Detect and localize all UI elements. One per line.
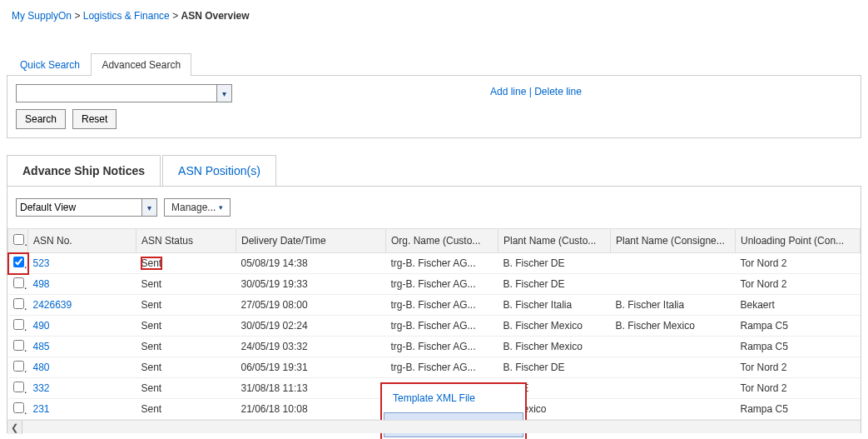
asn-link[interactable]: 332	[33, 382, 50, 394]
asn-link[interactable]: 498	[33, 278, 50, 290]
unloading-point: Tor Nord 2	[736, 274, 861, 295]
tab-advance-ship-notices[interactable]: Advance Ship Notices	[7, 155, 161, 186]
table-row[interactable]: 2426639Sent27/05/19 08:00trg-B. Fischer …	[8, 295, 861, 316]
delivery-date: 30/05/19 19:33	[236, 274, 386, 295]
delivery-date: 31/08/18 11:13	[236, 378, 386, 399]
horizontal-scrollbar[interactable]: ❮	[7, 420, 861, 433]
consignee-plant	[611, 378, 736, 399]
scroll-left-icon[interactable]: ❮	[7, 421, 22, 434]
table-row[interactable]: 490Sent30/05/19 02:24trg-B. Fischer AG..…	[8, 316, 861, 337]
consignee-plant: B. Fischer Italia	[611, 295, 736, 316]
asn-status: Sent	[141, 341, 162, 352]
search-field-input[interactable]	[17, 85, 216, 102]
unloading-point: Tor Nord 2	[736, 253, 861, 274]
column-consignee-plant[interactable]: Plant Name (Consigne...	[611, 229, 736, 253]
consignee-plant	[611, 357, 736, 378]
consignee-plant	[611, 337, 736, 357]
asn-link[interactable]: 523	[33, 257, 50, 269]
delete-line-link[interactable]: Delete line	[534, 86, 582, 97]
plant-name: B. Fischer Mexico	[498, 316, 611, 337]
row-checkbox[interactable]	[13, 361, 24, 372]
delivery-date: 21/06/18 10:08	[236, 399, 386, 420]
row-checkbox[interactable]	[13, 257, 24, 267]
column-unloading-point[interactable]: Unloading Point (Con...	[736, 229, 861, 253]
org-name: trg-B. Fischer AG...	[386, 337, 498, 357]
row-checkbox[interactable]	[13, 319, 24, 330]
row-checkbox[interactable]	[13, 298, 24, 309]
column-plant-name[interactable]: Plant Name (Custo...	[498, 229, 611, 253]
manage-label: Manage...	[171, 202, 216, 213]
advanced-search-panel: ▾ Search Reset Add line | Delete line	[7, 75, 861, 138]
asn-status: Sent	[141, 362, 162, 373]
table-row[interactable]: 485Sent24/05/19 03:32trg-B. Fischer AG..…	[8, 337, 861, 357]
chevron-down-icon[interactable]: ▾	[216, 85, 231, 102]
consignee-plant	[611, 253, 736, 274]
column-delivery[interactable]: Delivery Date/Time	[236, 229, 386, 253]
plant-name: B. Fischer DE	[498, 357, 611, 378]
consignee-plant: B. Fischer Mexico	[611, 316, 736, 337]
asn-link[interactable]: 2426639	[33, 299, 72, 311]
unloading-point: Rampa C5	[736, 337, 861, 357]
asn-link[interactable]: 480	[33, 362, 50, 373]
plant-name: B. Fischer DE	[498, 253, 611, 274]
column-asn-status[interactable]: ASN Status	[136, 229, 236, 253]
table-row[interactable]: 480Sent06/05/19 19:31trg-B. Fischer AG..…	[8, 357, 861, 378]
table-row[interactable]: 523Sent05/08/19 14:38trg-B. Fischer AG..…	[8, 253, 861, 274]
asn-grid: ASN No. ASN Status Delivery Date/Time Or…	[7, 228, 861, 433]
asn-status: Sent	[141, 299, 162, 311]
chevron-down-icon[interactable]: ▾	[141, 199, 156, 216]
consignee-plant	[611, 274, 736, 295]
plant-name: B. Fischer Mexico	[498, 337, 611, 357]
row-checkbox[interactable]	[13, 277, 24, 288]
unloading-point: Bekaert	[736, 295, 861, 316]
asn-status: Sent	[141, 403, 162, 415]
row-checkbox[interactable]	[13, 340, 24, 351]
org-name: trg-B. Fischer AG...	[386, 316, 498, 337]
asn-status: Sent	[141, 320, 162, 332]
org-name: trg-B. Fischer AG...	[386, 357, 498, 378]
asn-link[interactable]: 231	[33, 403, 50, 415]
row-checkbox[interactable]	[13, 402, 24, 413]
caret-down-icon: ▾	[219, 203, 223, 212]
delivery-date: 27/05/19 08:00	[236, 295, 386, 316]
breadcrumb-root[interactable]: My SupplyOn	[12, 10, 72, 22]
search-field-combo[interactable]: ▾	[16, 84, 232, 102]
column-asn-no[interactable]: ASN No.	[28, 229, 136, 253]
consignee-plant	[611, 399, 736, 420]
plant-name: B. Fischer DE	[498, 274, 611, 295]
menu-template-xml[interactable]: Template XML File	[384, 386, 523, 411]
delivery-date: 06/05/19 19:31	[236, 357, 386, 378]
column-org-name[interactable]: Org. Name (Custo...	[386, 229, 498, 253]
asn-link[interactable]: 485	[33, 341, 50, 352]
manage-views-button[interactable]: Manage... ▾	[164, 198, 231, 217]
select-all-checkbox[interactable]	[13, 234, 24, 245]
tab-quick-search[interactable]: Quick Search	[12, 54, 88, 76]
unloading-point: Rampa C5	[736, 316, 861, 337]
breadcrumb-current: ASN Overview	[181, 10, 249, 22]
add-line-link[interactable]: Add line	[490, 86, 526, 97]
tab-advanced-search[interactable]: Advanced Search	[91, 53, 191, 76]
row-checkbox[interactable]	[13, 382, 24, 392]
plant-name: B. Fischer Italia	[498, 295, 611, 316]
delivery-date: 24/05/19 03:32	[236, 337, 386, 357]
unloading-point: Tor Nord 2	[736, 378, 861, 399]
org-name: trg-B. Fischer AG...	[386, 295, 498, 316]
view-selector[interactable]: ▾	[16, 198, 157, 217]
asn-status: Sent	[141, 382, 162, 394]
view-bar: ▾ Manage... ▾	[7, 187, 861, 228]
unloading-point: Rampa C5	[736, 399, 861, 420]
tab-asn-positions[interactable]: ASN Position(s)	[162, 155, 276, 186]
org-name: trg-B. Fischer AG...	[386, 274, 498, 295]
delivery-date: 30/05/19 02:24	[236, 316, 386, 337]
search-button[interactable]: Search	[16, 109, 66, 129]
asn-status: Sent	[141, 278, 162, 290]
delivery-date: 05/08/19 14:38	[236, 253, 386, 274]
view-selector-input[interactable]	[17, 199, 141, 216]
search-tabs: Quick Search Advanced Search	[12, 53, 861, 76]
reset-button[interactable]: Reset	[72, 109, 117, 129]
table-row[interactable]: 498Sent30/05/19 19:33trg-B. Fischer AG..…	[8, 274, 861, 295]
breadcrumb-section[interactable]: Logistics & Finance	[83, 10, 170, 22]
org-name: trg-B. Fischer AG...	[386, 253, 498, 274]
breadcrumb: My SupplyOn > Logistics & Finance > ASN …	[7, 7, 861, 25]
asn-link[interactable]: 490	[33, 320, 50, 332]
